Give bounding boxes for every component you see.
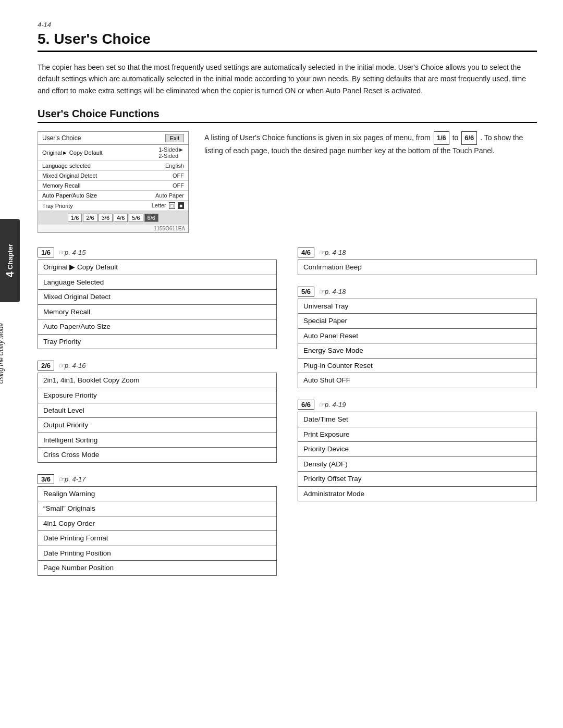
table-cell: Date Printing Format [38,531,277,546]
page-ref-3_6: ☞p. 4-17 [58,475,85,483]
table-section-4_6: 4/6☞p. 4-18Confirmation Beep [298,248,537,275]
section-title: 5. User's Choice [38,31,537,52]
table-row: “Small” Originals [38,501,277,516]
table-row: Intelligent Sorting [38,433,277,448]
table-section-5_6: 5/6☞p. 4-18Universal TraySpecial PaperAu… [298,287,537,388]
table-row: Auto Shut OFF [298,373,537,388]
table-cell: Date Printing Position [38,546,277,561]
mockup-row-1-label: Language selected [42,163,91,169]
table-row: Auto Paper/Auto Size [38,319,277,335]
table-cell: Energy Save Mode [298,343,537,359]
table-cell: Intelligent Sorting [38,433,277,448]
table-row: Original ▶ Copy Default [38,260,277,275]
table-row: Priority Offset Tray [298,472,537,487]
mockup-row-4-value: Auto Paper [155,192,184,199]
table-row: Default Level [38,403,277,418]
page-wrapper: Chapter 4 Using the Utility Mode 4-14 5.… [0,0,563,728]
sidebar: Chapter 4 Using the Utility Mode [0,0,27,728]
table-cell: Language Selected [38,275,277,290]
mockup-row-2-label: Mixed Original Detect [42,172,97,179]
table-section-2_6: 2/6☞p. 4-162in1, 4in1, Booklet Copy Zoom… [38,361,277,462]
page-label-3_6: 3/6 [38,474,54,484]
table-cell: Auto Paper/Auto Size [38,319,277,335]
mockup-row-4: Auto Paper/Auto Size Auto Paper [38,191,188,201]
ui-mockup: User's Choice Exit Original► Copy Defaul… [38,131,189,233]
table-row: Page Number Position [38,561,277,576]
mockup-row-3-label: Memory Recall [42,182,80,189]
functions-area: User's Choice Exit Original► Copy Defaul… [38,131,537,233]
item-table-4_6: Confirmation Beep [298,260,537,275]
page-label-6_6: 6/6 [298,400,314,410]
nav-btn-6[interactable]: 6/6 [144,214,158,222]
table-row: Output Priority [38,418,277,433]
table-row: Administrator Mode [298,486,537,501]
functions-desc-text1: A listing of User's Choice functions is … [204,133,431,142]
table-row: Universal Tray [298,299,537,314]
table-row: Language Selected [38,275,277,290]
table-header-5_6: 5/6☞p. 4-18 [298,287,537,297]
page-ref-2_6: ☞p. 4-16 [58,362,85,369]
page-label-1_6: 1/6 [38,248,54,257]
mockup-row-5: Tray Priority Letter □ ■ [38,201,188,211]
page-from-box: 1/6 [434,131,449,145]
table-cell: Confirmation Beep [298,260,537,275]
table-cell: Original ▶ Copy Default [38,260,277,275]
page-ref-4_6: ☞p. 4-18 [319,249,346,256]
table-row: Tray Priority [38,334,277,349]
table-row: Realign Warning [38,486,277,501]
table-row: Auto Panel Reset [298,328,537,343]
nav-btn-1[interactable]: 1/6 [68,214,82,222]
functions-desc-text2: to [452,133,459,142]
mockup-row-0: Original► Copy Default 1-Sided►2-Sided [38,145,188,161]
table-cell: Page Number Position [38,561,277,576]
mockup-row-5-label: Tray Priority [42,203,73,209]
exit-button[interactable]: Exit [165,134,184,142]
table-cell: Priority Offset Tray [298,472,537,487]
table-cell: Tray Priority [38,334,277,349]
nav-btn-2[interactable]: 2/6 [83,214,97,222]
table-row: Exposure Priority [38,388,277,403]
nav-btn-5[interactable]: 5/6 [129,214,143,222]
item-table-1_6: Original ▶ Copy DefaultLanguage Selected… [38,260,277,349]
functions-description: A listing of User's Choice functions is … [204,131,537,233]
table-cell: Density (ADF) [298,456,537,472]
page-label-4_6: 4/6 [298,248,314,257]
table-row: Plug-in Counter Reset [298,358,537,373]
table-header-1_6: 1/6☞p. 4-15 [38,248,277,257]
page-to-box: 6/6 [461,131,477,145]
tables-grid: 1/6☞p. 4-15Original ▶ Copy DefaultLangua… [38,248,537,587]
mockup-row-1: Language selected English [38,161,188,171]
sidebar-vertical-label: Using the Utility Mode [0,323,5,384]
mockup-row-3: Memory Recall OFF [38,181,188,191]
item-table-6_6: Date/Time SetPrint ExposurePriority Devi… [298,412,537,501]
table-cell: Criss Cross Mode [38,448,277,463]
table-row: Memory Recall [38,304,277,319]
table-cell: Mixed Original Detect [38,290,277,305]
table-cell: 4in1 Copy Order [38,516,277,531]
item-table-2_6: 2in1, 4in1, Booklet Copy ZoomExposure Pr… [38,373,277,462]
table-cell: Exposure Priority [38,388,277,403]
table-column: 1/6☞p. 4-15Original ▶ Copy DefaultLangua… [38,248,277,587]
main-content: 4-14 5. User's Choice The copier has bee… [27,0,563,728]
mockup-row-0-label: Original► Copy Default [42,150,102,156]
nav-btn-3[interactable]: 3/6 [99,214,113,222]
mockup-row-4-label: Auto Paper/Auto Size [42,192,97,199]
mockup-row-2-value: OFF [173,172,184,179]
table-cell: Priority Device [298,442,537,457]
table-cell: Plug-in Counter Reset [298,358,537,373]
table-cell: Date/Time Set [298,412,537,427]
chapter-label: Chapter [6,244,14,269]
table-row: Criss Cross Mode [38,448,277,463]
page-label-2_6: 2/6 [38,361,54,371]
table-row: Date Printing Position [38,546,277,561]
mockup-title-bar: User's Choice Exit [38,132,188,145]
table-cell: Special Paper [298,314,537,329]
mockup-row-1-value: English [165,163,184,169]
table-header-3_6: 3/6☞p. 4-17 [38,474,277,484]
mockup-row-3-value: OFF [173,182,184,189]
nav-btn-4[interactable]: 4/6 [114,214,128,222]
table-cell: Default Level [38,403,277,418]
table-row: Confirmation Beep [298,260,537,275]
page-ref-1_6: ☞p. 4-15 [58,249,85,256]
table-row: Date/Time Set [298,412,537,427]
